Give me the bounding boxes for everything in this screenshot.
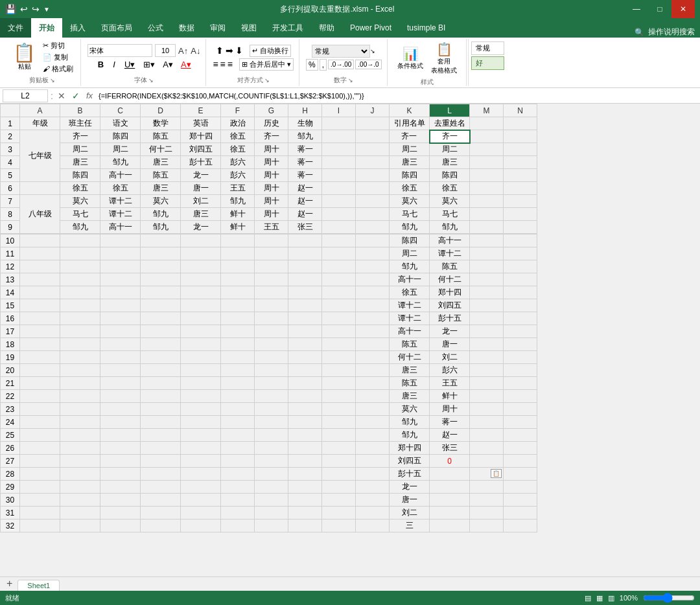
- number-format-select[interactable]: 常规 数字 货币 文本: [312, 45, 370, 58]
- cell-G1[interactable]: 历史: [255, 117, 288, 130]
- cell-N9[interactable]: [504, 221, 537, 234]
- cell-N4[interactable]: [504, 156, 537, 169]
- grid-wrapper[interactable]: A B C D E F G H I J K L M N: [0, 104, 700, 576]
- font-size-input[interactable]: [155, 44, 176, 57]
- cell-L3[interactable]: 周二: [430, 143, 470, 156]
- cell-F7[interactable]: 邹九: [221, 195, 255, 208]
- zoom-slider[interactable]: [643, 594, 695, 602]
- cell-I7[interactable]: [322, 195, 356, 208]
- cell-D6[interactable]: 唐三: [141, 182, 181, 195]
- cell-I5[interactable]: [322, 169, 356, 182]
- cell-M4[interactable]: [470, 156, 504, 169]
- formula-input[interactable]: [97, 89, 697, 102]
- cell-D7[interactable]: 莫六: [141, 195, 181, 208]
- confirm-formula-icon[interactable]: ✓: [70, 91, 82, 101]
- cell-M9[interactable]: [470, 221, 504, 234]
- col-header-M[interactable]: M: [470, 104, 504, 117]
- cell-J9[interactable]: [356, 221, 390, 234]
- cell-H8[interactable]: 赵一: [288, 208, 322, 221]
- cell-C9[interactable]: 高十一: [100, 221, 141, 234]
- cell-F3[interactable]: 徐五: [221, 143, 255, 156]
- cell-E8[interactable]: 唐三: [181, 208, 221, 221]
- cell-E3[interactable]: 刘四五: [181, 143, 221, 156]
- cell-I2[interactable]: [322, 130, 356, 143]
- cell-M8[interactable]: [470, 208, 504, 221]
- cell-K4[interactable]: 唐三: [390, 156, 430, 169]
- cell-A7[interactable]: 八年级: [20, 195, 60, 234]
- font-shrink-button[interactable]: A↓: [191, 46, 200, 56]
- font-grow-button[interactable]: A↑: [178, 46, 188, 56]
- cell-B5[interactable]: 陈四: [60, 169, 100, 182]
- cell-I3[interactable]: [322, 143, 356, 156]
- cell-A2[interactable]: 七年级: [20, 130, 60, 182]
- cell-D5[interactable]: 陈五: [141, 169, 181, 182]
- search-label[interactable]: 操作说明搜索: [648, 27, 695, 38]
- cell-N3[interactable]: [504, 143, 537, 156]
- cell-B1[interactable]: 班主任: [60, 117, 100, 130]
- cell-F8[interactable]: 鲜十: [221, 208, 255, 221]
- cell-G8[interactable]: 周十: [255, 208, 288, 221]
- sheet-tab-1[interactable]: Sheet1: [18, 580, 60, 591]
- cell-I8[interactable]: [322, 208, 356, 221]
- fill-color-button[interactable]: A▾: [160, 59, 176, 70]
- cell-J8[interactable]: [356, 208, 390, 221]
- cell-F2[interactable]: 徐五: [221, 130, 255, 143]
- align-right-button[interactable]: ≡: [228, 59, 233, 69]
- cell-N5[interactable]: [504, 169, 537, 182]
- cell-B4[interactable]: 唐三: [60, 156, 100, 169]
- cell-K8[interactable]: 马七: [390, 208, 430, 221]
- cell-F6[interactable]: 王五: [221, 182, 255, 195]
- decrease-decimal-button[interactable]: .00→.0: [355, 60, 381, 69]
- cell-B6[interactable]: 徐五: [60, 182, 100, 195]
- cell-B7[interactable]: 莫六: [60, 195, 100, 208]
- cell-C5[interactable]: 高十一: [100, 169, 141, 182]
- tab-insert[interactable]: 插入: [62, 18, 93, 38]
- cell-E1[interactable]: 英语: [181, 117, 221, 130]
- tab-tusimple[interactable]: tusimple BI: [399, 18, 453, 38]
- cell-L7[interactable]: 莫六: [430, 195, 470, 208]
- comma-button[interactable]: ,: [320, 59, 327, 71]
- cell-K7[interactable]: 莫六: [390, 195, 430, 208]
- col-header-N[interactable]: N: [504, 104, 537, 117]
- percent-button[interactable]: %: [306, 59, 318, 71]
- align-center-button[interactable]: ≡: [220, 59, 226, 69]
- wrap-text-button[interactable]: ↵ 自动换行: [250, 45, 291, 57]
- cell-D9[interactable]: 邹九: [141, 221, 181, 234]
- cell-C6[interactable]: 徐五: [100, 182, 141, 195]
- cell-J2[interactable]: [356, 130, 390, 143]
- cancel-formula-icon[interactable]: ✕: [56, 91, 67, 101]
- cell-J7[interactable]: [356, 195, 390, 208]
- cell-F1[interactable]: 政治: [221, 117, 255, 130]
- col-header-I[interactable]: I: [322, 104, 356, 117]
- cell-G4[interactable]: 周十: [255, 156, 288, 169]
- align-top-button[interactable]: ⬆: [216, 45, 224, 56]
- view-layout-icon[interactable]: ▦: [596, 594, 603, 602]
- cell-K3[interactable]: 周二: [390, 143, 430, 156]
- cell-M6[interactable]: [470, 182, 504, 195]
- cell-D8[interactable]: 邹九: [141, 208, 181, 221]
- good-style-box[interactable]: 好: [471, 56, 504, 70]
- cell-D3[interactable]: 何十二: [141, 143, 181, 156]
- cell-L6[interactable]: 徐五: [430, 182, 470, 195]
- copy-button[interactable]: 📄 复制: [41, 52, 75, 63]
- cell-M5[interactable]: [470, 169, 504, 182]
- cell-H3[interactable]: 蒋一: [288, 143, 322, 156]
- tab-file[interactable]: 文件: [0, 18, 31, 38]
- cell-L5[interactable]: 陈四: [430, 169, 470, 182]
- normal-style-box[interactable]: 常规: [471, 41, 504, 55]
- col-header-F[interactable]: F: [221, 104, 255, 117]
- qa-dropdown-icon[interactable]: ▼: [43, 6, 50, 13]
- cell-C3[interactable]: 周二: [100, 143, 141, 156]
- cell-L8[interactable]: 马七: [430, 208, 470, 221]
- cell-H4[interactable]: 蒋一: [288, 156, 322, 169]
- cell-N1[interactable]: [504, 117, 537, 130]
- align-left-button[interactable]: ≡: [213, 59, 218, 69]
- cell-L9[interactable]: 邹九: [430, 221, 470, 234]
- cell-B3[interactable]: 周二: [60, 143, 100, 156]
- col-header-C[interactable]: C: [100, 104, 141, 117]
- cell-E5[interactable]: 龙一: [181, 169, 221, 182]
- tab-powerpivot[interactable]: Power Pivot: [342, 18, 399, 38]
- cell-N6[interactable]: [504, 182, 537, 195]
- cell-E7[interactable]: 刘二: [181, 195, 221, 208]
- cell-H1[interactable]: 生物: [288, 117, 322, 130]
